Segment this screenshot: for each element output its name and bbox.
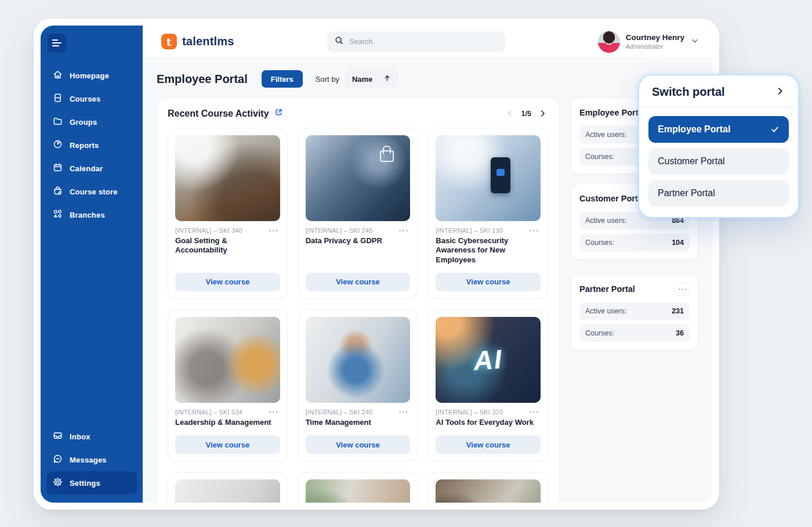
sidebar-item-label: Courses [70, 95, 100, 103]
sidebar-item-label: Course store [70, 187, 118, 196]
app-frame: Homepage Courses Groups Reports Calendar… [41, 26, 712, 503]
portal-option-partner[interactable]: Partner Portal [648, 180, 789, 207]
course-image [436, 479, 541, 503]
external-link-icon[interactable] [274, 107, 284, 120]
sort-group: Sort by Name [316, 70, 399, 88]
sidebar-item-inbox[interactable]: Inbox [46, 425, 137, 448]
course-image [175, 317, 280, 403]
more-options-icon[interactable] [397, 409, 410, 415]
sidebar-item-messages[interactable]: Messages [46, 448, 137, 471]
sidebar-item-label: Reports [70, 141, 99, 150]
inbox-icon [52, 430, 63, 443]
page-indicator: 1/5 [521, 110, 531, 118]
course-code: [INTERNAL] – SKI 240 [306, 409, 373, 416]
sidebar-item-label: Homepage [70, 71, 109, 80]
more-options-icon[interactable] [267, 228, 280, 234]
content: Employee Portal Filters Sort by Name How [143, 58, 712, 503]
view-course-button[interactable]: View course [175, 273, 280, 291]
panel-title: Recent Course Activity [168, 109, 269, 119]
prev-page-button[interactable] [505, 108, 516, 119]
view-course-button[interactable]: View course [306, 273, 411, 291]
partner-portal-card: Partner Portal Active users: 231 Courses… [571, 274, 698, 351]
course-code: [INTERNAL] – SKI 320 [436, 409, 503, 416]
sidebar-item-branches[interactable]: Branches [46, 203, 137, 226]
course-card: AI [INTERNAL] – SKI 320 AI Tools for Eve… [428, 309, 548, 461]
sidebar-item-settings[interactable]: Settings [46, 471, 137, 494]
course-title: AI Tools for Everyday Work [436, 418, 541, 427]
panel-header: Recent Course Activity 1/5 [168, 107, 548, 120]
talentlms-logo-icon: t [161, 34, 177, 49]
popup-title: Switch portal [652, 85, 725, 99]
view-course-button[interactable]: View course [306, 435, 411, 454]
search-area [234, 31, 598, 52]
course-card: [INTERNAL] – SKI 245 Data Privacy & GDPR… [298, 128, 418, 299]
sort-by-label: Sort by [316, 75, 339, 84]
sort-dropdown[interactable]: Name [345, 70, 398, 88]
sidebar-item-reports[interactable]: Reports [46, 133, 137, 157]
app-window: Homepage Courses Groups Reports Calendar… [34, 19, 719, 510]
sidebar-item-label: Messages [70, 456, 107, 464]
course-image [306, 317, 411, 403]
more-options-icon[interactable] [267, 409, 280, 415]
view-course-button[interactable]: View course [436, 273, 541, 291]
home-icon [52, 69, 63, 82]
main-area: t talentlms Courtney Henry Administrator [143, 26, 712, 503]
user-name: Courtney Henry [626, 33, 684, 42]
calendar-icon [52, 162, 63, 175]
portal-name: Customer Portal [579, 194, 645, 203]
search-bar[interactable] [327, 31, 505, 52]
popup-header[interactable]: Switch portal [639, 75, 798, 107]
course-card [168, 472, 288, 503]
talentlms-logo-text: talentlms [182, 35, 234, 48]
sidebar-item-courses[interactable]: Courses [46, 87, 137, 110]
sidebar-item-label: Calendar [70, 164, 103, 173]
sidebar-item-course-store[interactable]: Course store [46, 180, 137, 203]
portal-option-employee[interactable]: Employee Portal [648, 116, 789, 143]
search-input[interactable] [349, 37, 498, 46]
portal-stat-row: Courses: 104 [579, 234, 690, 251]
course-code: [INTERNAL] – SKI 130 [436, 227, 503, 234]
page-header: Employee Portal Filters Sort by Name How [157, 67, 698, 91]
course-image [306, 479, 411, 503]
portal-stat-row: Active users: 231 [579, 302, 690, 320]
content-columns: Recent Course Activity 1/5 [157, 98, 698, 503]
avatar [598, 31, 620, 53]
user-menu[interactable]: Courtney Henry Administrator [598, 31, 699, 53]
portal-name: Partner Portal [579, 284, 635, 294]
shapes-icon [52, 208, 63, 221]
next-page-button[interactable] [537, 108, 548, 119]
sort-value: Name [352, 75, 372, 84]
portal-option-customer[interactable]: Customer Portal [648, 148, 789, 175]
search-icon [334, 35, 344, 48]
more-options-icon[interactable] [527, 228, 541, 234]
portal-stat-row: Courses: 36 [579, 324, 690, 342]
filters-button[interactable]: Filters [262, 70, 303, 88]
sidebar-item-label: Groups [70, 118, 97, 127]
course-card [298, 472, 418, 503]
course-card: [INTERNAL] – SKI 534 Leadership & Manage… [168, 309, 288, 461]
course-image [306, 135, 411, 221]
more-options-icon[interactable] [397, 228, 410, 234]
course-image [175, 135, 280, 221]
view-course-button[interactable]: View course [175, 435, 280, 454]
arrow-up-icon[interactable] [383, 74, 392, 84]
course-code: [INTERNAL] – SKI 340 [175, 227, 242, 234]
sidebar-item-label: Branches [70, 211, 105, 219]
user-role: Administrator [626, 43, 684, 50]
chevron-right-icon[interactable] [775, 86, 785, 99]
more-options-icon[interactable] [675, 283, 690, 295]
menu-hamburger-icon[interactable] [48, 34, 66, 52]
course-card: [INTERNAL] – SKI 240 Time Management Vie… [298, 309, 418, 461]
sidebar-item-groups[interactable]: Groups [46, 110, 137, 133]
course-image [436, 135, 541, 221]
course-title: Goal Setting & Accountability [175, 236, 280, 255]
course-code: [INTERNAL] – SKI 245 [306, 227, 373, 234]
user-info: Courtney Henry Administrator [626, 33, 684, 49]
switch-portal-popup: Switch portal Employee Portal Customer P… [638, 74, 799, 218]
ai-image-text: AI [436, 317, 541, 403]
sidebar-item-homepage[interactable]: Homepage [46, 64, 137, 87]
view-course-button[interactable]: View course [436, 435, 541, 454]
sidebar-item-calendar[interactable]: Calendar [46, 157, 137, 180]
course-image [175, 479, 280, 503]
more-options-icon[interactable] [527, 409, 541, 415]
